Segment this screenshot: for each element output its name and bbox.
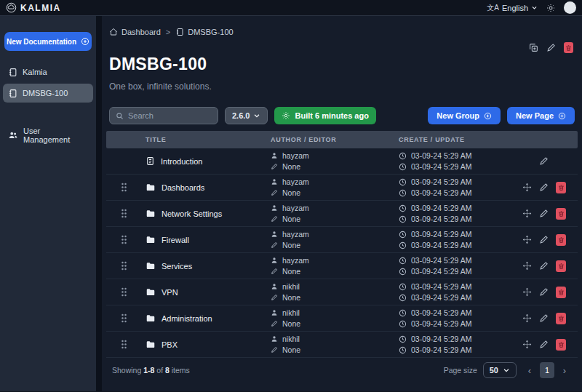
language-selector[interactable]: 文A English xyxy=(487,3,538,13)
table-row: Services hayzam None xyxy=(106,253,578,279)
editor-icon xyxy=(271,346,278,353)
notebook-icon xyxy=(8,68,17,77)
row-title-link[interactable]: Firewall xyxy=(141,235,266,245)
search-input[interactable] xyxy=(128,111,212,120)
move-row-button[interactable] xyxy=(522,313,532,323)
move-icon xyxy=(522,209,532,218)
edit-row-button[interactable] xyxy=(539,156,549,166)
sidebar-item-kalmia[interactable]: Kalmia xyxy=(3,63,93,81)
editor-name: None xyxy=(282,267,300,276)
delete-document-button[interactable] xyxy=(564,42,573,53)
clone-document-button[interactable] xyxy=(529,43,538,52)
sidebar-item-user-management[interactable]: User Management xyxy=(3,126,93,145)
breadcrumb-current[interactable]: DMSBG-100 xyxy=(175,28,233,36)
editor-name: None xyxy=(282,162,300,171)
row-title-link[interactable]: Dashboards xyxy=(141,183,266,193)
notebook-icon xyxy=(175,28,184,36)
new-page-button[interactable]: New Page xyxy=(507,107,575,124)
editor-icon xyxy=(271,241,278,249)
delete-row-button[interactable] xyxy=(556,313,566,324)
search-box xyxy=(109,107,218,124)
drag-handle-icon[interactable] xyxy=(121,261,127,271)
author-icon xyxy=(271,178,278,185)
drag-handle-icon[interactable] xyxy=(121,340,127,349)
delete-row-button[interactable] xyxy=(556,182,566,193)
version-select[interactable]: 2.6.0 xyxy=(225,107,268,124)
editor-icon xyxy=(271,268,278,275)
row-title-link[interactable]: Introduction xyxy=(141,156,266,166)
topbar: KALMIA 文A English xyxy=(0,0,582,16)
delete-row-button[interactable] xyxy=(556,287,566,298)
theme-toggle-button[interactable] xyxy=(546,4,555,12)
update-time: 03-09-24 5:29 AM xyxy=(411,241,471,249)
home-icon xyxy=(109,28,118,36)
sidebar-item-label: Kalmia xyxy=(23,68,47,76)
drag-handle-icon[interactable] xyxy=(121,209,127,218)
drag-handle-icon[interactable] xyxy=(121,235,127,244)
edit-document-button[interactable] xyxy=(546,43,556,52)
edit-row-button[interactable] xyxy=(539,235,549,244)
move-row-button[interactable] xyxy=(522,261,532,271)
search-icon xyxy=(116,112,124,120)
page-subtitle: One box, infinite solutions. xyxy=(106,81,578,92)
create-time: 03-09-24 5:29 AM xyxy=(411,335,471,343)
delete-row-button[interactable] xyxy=(556,339,566,351)
row-title: PBX xyxy=(162,340,178,349)
delete-row-button[interactable] xyxy=(556,208,566,220)
move-row-button[interactable] xyxy=(522,340,532,349)
move-row-button[interactable] xyxy=(522,235,532,244)
move-row-button[interactable] xyxy=(522,209,532,218)
row-title-link[interactable]: Administration xyxy=(141,313,266,324)
folder-icon xyxy=(146,287,156,297)
showing-total: 8 xyxy=(165,366,170,375)
sidebar: New Documentation Kalmia DMSBG-100 xyxy=(0,16,96,391)
user-avatar[interactable] xyxy=(564,1,576,14)
sidebar-item-dmsbg-100[interactable]: DMSBG-100 xyxy=(3,84,93,103)
trash-icon xyxy=(558,236,565,244)
new-documentation-label: New Documentation xyxy=(7,38,76,46)
editor-icon xyxy=(271,294,278,301)
new-documentation-button[interactable]: New Documentation xyxy=(4,32,92,51)
move-row-button[interactable] xyxy=(522,287,532,297)
drag-handle-icon[interactable] xyxy=(121,313,127,323)
chevron-down-icon xyxy=(253,112,260,119)
row-title-link[interactable]: Services xyxy=(141,261,266,271)
edit-row-button[interactable] xyxy=(539,287,549,297)
folder-icon xyxy=(146,340,156,350)
brand-name: KALMIA xyxy=(20,3,61,13)
editor-name: None xyxy=(282,241,300,249)
move-row-button[interactable] xyxy=(522,183,532,192)
create-time-icon xyxy=(399,152,407,160)
create-time-icon xyxy=(399,178,407,186)
chevron-down-icon xyxy=(503,367,510,374)
row-title-link[interactable]: VPN xyxy=(141,287,266,297)
current-page-button[interactable]: 1 xyxy=(540,362,554,378)
delete-row-button[interactable] xyxy=(556,234,566,246)
edit-row-button[interactable] xyxy=(539,340,549,349)
edit-row-button[interactable] xyxy=(539,261,549,271)
create-time: 03-09-24 5:29 AM xyxy=(411,177,471,186)
next-page-button[interactable]: › xyxy=(557,362,572,378)
edit-row-button[interactable] xyxy=(539,209,549,218)
breadcrumb-dashboard[interactable]: Dashboard xyxy=(109,28,161,36)
edit-row-button[interactable] xyxy=(539,183,549,192)
prev-page-button[interactable]: ‹ xyxy=(522,362,537,378)
drag-handle-icon[interactable] xyxy=(121,287,127,297)
trash-icon xyxy=(558,341,565,348)
edit-row-button[interactable] xyxy=(539,313,549,323)
row-title-link[interactable]: Network Settings xyxy=(141,209,266,219)
table-footer: Showing 1-8 of 8 items Page size 50 ‹ 1 … xyxy=(106,358,578,383)
row-title-link[interactable]: PBX xyxy=(141,340,266,350)
pencil-icon xyxy=(546,43,556,52)
table-header: TITLE AUTHOR / EDITOR CREATE / UPDATE xyxy=(106,131,578,148)
update-time: 03-09-24 5:29 AM xyxy=(411,293,471,302)
new-group-button[interactable]: New Group xyxy=(428,107,501,124)
column-create-update: CREATE / UPDATE xyxy=(394,136,505,143)
trash-icon xyxy=(558,289,565,296)
pencil-icon xyxy=(539,261,549,271)
page-size-select[interactable]: 50 xyxy=(483,362,517,378)
delete-row-button[interactable] xyxy=(556,260,566,272)
page-size-value: 50 xyxy=(490,366,498,375)
author-name: nikhil xyxy=(282,308,300,317)
drag-handle-icon[interactable] xyxy=(121,183,127,192)
